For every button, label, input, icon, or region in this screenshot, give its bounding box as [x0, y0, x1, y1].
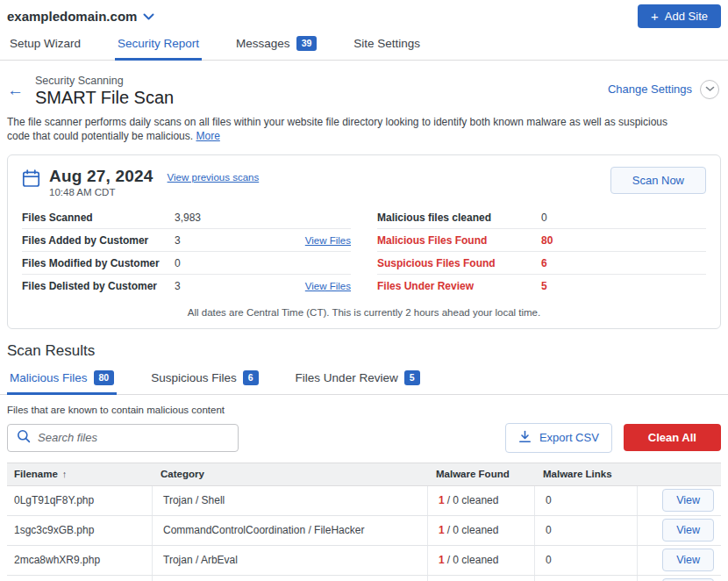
domain-selector[interactable]: exampledomain.com	[7, 9, 154, 25]
view-button[interactable]: View	[662, 519, 714, 542]
cell-category: Trojan / ArbEval	[152, 546, 427, 575]
table-header-row: Filename↑ Category Malware Found Malware…	[7, 463, 721, 486]
stat-label: Files Delisted by Customer	[22, 280, 175, 292]
cell-malware-links: 0	[534, 486, 637, 515]
scan-time: 10:48 AM CDT	[49, 187, 153, 197]
header-label: Filename	[14, 469, 58, 479]
stat-row-files-added: Files Added by Customer 3 View Files	[22, 229, 351, 252]
change-settings-expand-button[interactable]	[700, 80, 719, 99]
cell-actions: View	[637, 546, 721, 575]
column-header-malware-links: Malware Links	[534, 469, 637, 479]
cell-category: Trojan / Shell	[152, 486, 427, 515]
stat-value: 6	[541, 257, 706, 269]
tab-suspicious-files[interactable]: Suspicious Files 6	[148, 364, 261, 395]
tab-messages[interactable]: Messages 39	[233, 30, 319, 61]
tab-setup-wizard[interactable]: Setup Wizard	[7, 30, 83, 61]
cell-filename: 2mca8whXR9.php	[7, 546, 152, 575]
cell-actions: View	[637, 576, 721, 581]
change-settings-link[interactable]: Change Settings	[608, 82, 692, 96]
stat-value: 0	[541, 212, 706, 224]
stat-row-files-modified: Files Modified by Customer 0	[22, 252, 351, 275]
tab-label: Files Under Review	[296, 371, 398, 384]
column-header-category: Category	[152, 469, 427, 479]
domain-name: exampledomain.com	[7, 9, 137, 24]
stat-value: 80	[541, 234, 706, 247]
cell-filename: 0LgT91qF8Y.php	[7, 486, 152, 515]
stat-row-malicious-found: Malicious Files Found 80	[377, 229, 706, 252]
stat-value: 3	[175, 234, 305, 247]
malware-cleaned: / 0 cleaned	[447, 494, 499, 506]
malware-count: 1	[439, 554, 445, 566]
view-files-link[interactable]: View Files	[305, 281, 351, 291]
view-previous-scans-link[interactable]: View previous scans	[168, 172, 260, 183]
stat-row-files-scanned: Files Scanned 3,983	[22, 206, 351, 229]
tab-label: Security Report	[118, 37, 199, 50]
scan-results-title: Scan Results	[7, 342, 721, 360]
tab-files-under-review[interactable]: Files Under Review 5	[293, 364, 423, 395]
add-site-button[interactable]: + Add Site	[638, 4, 721, 28]
cell-category: CommandControlCoordination / FileHacker	[152, 516, 427, 545]
cell-malware-found: 1 / 0 cleaned	[427, 516, 534, 545]
stat-value: 0	[175, 257, 351, 269]
stat-value: 5	[541, 280, 706, 292]
scan-now-button[interactable]: Scan Now	[610, 167, 706, 194]
cell-actions: View	[637, 516, 721, 545]
cell-malware-links: 0	[534, 516, 637, 545]
column-header-filename[interactable]: Filename↑	[7, 469, 152, 479]
stat-row-malicious-cleaned: Malicious files cleaned 0	[377, 206, 706, 229]
more-link[interactable]: More	[196, 130, 219, 142]
tab-label: Setup Wizard	[10, 37, 81, 50]
malicious-files-table: Filename↑ Category Malware Found Malware…	[7, 463, 721, 581]
tab-site-settings[interactable]: Site Settings	[351, 30, 423, 61]
page-title: SMART File Scan	[35, 88, 174, 108]
sort-ascending-icon: ↑	[62, 469, 68, 479]
malware-count: 1	[439, 494, 445, 506]
stat-label: Files Modified by Customer	[22, 257, 175, 269]
scanner-description: The file scanner performs daily scans on…	[0, 108, 693, 145]
cell-malware-found: 1 / 0 cleaned	[427, 486, 534, 515]
tab-malicious-files[interactable]: Malicious Files 80	[7, 364, 117, 395]
stat-row-files-delisted: Files Delisted by Customer 3 View Files	[22, 275, 351, 298]
cell-malware-links: 0	[534, 576, 637, 581]
scan-summary-card: Aug 27, 2024 10:48 AM CDT View previous …	[7, 154, 721, 329]
suspicious-files-count-badge: 6	[243, 370, 259, 385]
results-controls: Export CSV Clean All	[0, 415, 728, 463]
view-button[interactable]: View	[662, 549, 714, 571]
description-text: The file scanner performs daily scans on…	[7, 116, 667, 143]
messages-count-badge: 39	[296, 36, 318, 51]
section-eyebrow: Security Scanning	[35, 75, 174, 87]
download-icon	[518, 430, 532, 446]
calendar-icon	[22, 169, 40, 191]
clean-all-button[interactable]: Clean All	[624, 424, 721, 451]
view-files-link[interactable]: View Files	[305, 235, 351, 246]
stat-label: Files Under Review	[377, 280, 541, 292]
scan-stats-right: Malicious files cleaned 0 Malicious File…	[377, 206, 706, 298]
files-under-review-count-badge: 5	[404, 370, 420, 385]
chevron-down-icon	[143, 9, 154, 25]
search-icon	[17, 429, 31, 447]
tab-label: Site Settings	[353, 37, 420, 50]
chevron-down-icon	[705, 86, 715, 92]
scan-stats-left: Files Scanned 3,983 Files Added by Custo…	[22, 206, 351, 298]
cell-malware-found: 1 / 0 cleaned	[427, 546, 534, 575]
column-header-malware-found: Malware Found	[427, 469, 534, 479]
tab-label: Suspicious Files	[151, 371, 237, 384]
search-files-input[interactable]	[38, 431, 229, 444]
tab-security-report[interactable]: Security Report	[115, 30, 202, 61]
search-box[interactable]	[7, 424, 239, 452]
export-csv-label: Export CSV	[539, 431, 599, 444]
cell-filename: 1sgc3c9xGB.php	[7, 516, 152, 545]
view-button[interactable]: View	[662, 489, 714, 512]
stat-row-under-review: Files Under Review 5	[377, 275, 706, 298]
cell-actions: View	[637, 486, 721, 515]
timezone-note: All dates are Central Time (CT). This is…	[8, 298, 720, 321]
cell-category: CommandControlCoordination / FileHacker	[152, 576, 427, 581]
back-arrow-icon[interactable]: ←	[7, 82, 24, 108]
scan-date: Aug 27, 2024	[49, 167, 153, 186]
stat-label: Files Scanned	[22, 212, 175, 224]
export-csv-button[interactable]: Export CSV	[505, 423, 612, 453]
cell-malware-links: 0	[534, 546, 637, 575]
table-row: 0LgT91qF8Y.php Trojan / Shell 1 / 0 clea…	[7, 486, 721, 516]
stat-value: 3,983	[175, 212, 351, 224]
malware-cleaned: / 0 cleaned	[447, 554, 499, 566]
